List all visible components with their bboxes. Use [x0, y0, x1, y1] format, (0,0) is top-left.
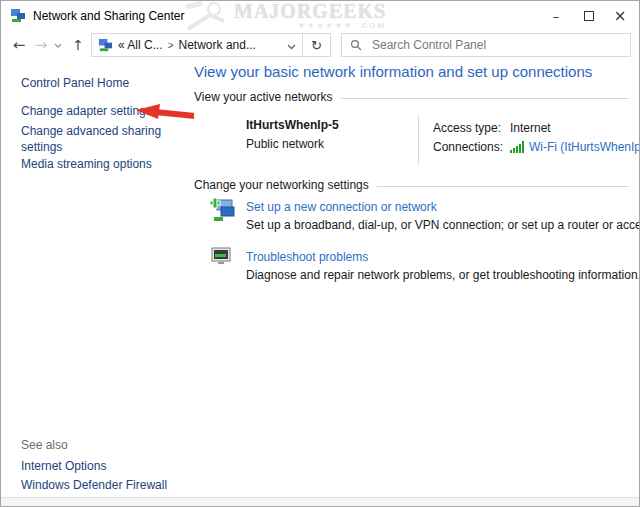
title-bar: Network and Sharing Center – × [1, 1, 639, 31]
search-icon [350, 39, 362, 51]
search-input[interactable] [370, 37, 622, 53]
up-button[interactable]: ↑ [67, 31, 89, 59]
minimize-button[interactable]: – [539, 1, 573, 31]
sidebar-item-media-streaming-options[interactable]: Media streaming options [21, 156, 176, 172]
access-type-value: Internet [510, 121, 551, 135]
back-button[interactable]: ← [7, 31, 31, 59]
setup-new-connection-description: Set up a broadband, dial-up, or VPN conn… [246, 218, 640, 232]
main-content: View your basic network information and … [194, 59, 631, 499]
breadcrumb-current-crumb[interactable]: Network and... [179, 38, 256, 52]
left-task-pane: Control Panel Home Change adapter settin… [1, 59, 193, 499]
page-title: View your basic network information and … [194, 63, 592, 80]
sidebar-item-change-adapter-settings[interactable]: Change adapter settings [21, 103, 176, 119]
connections-label: Connections: [433, 140, 510, 154]
troubleshoot-icon [211, 247, 233, 267]
section-divider [377, 186, 629, 187]
network-type: Public network [246, 137, 324, 151]
connections-row: Connections: Wi-Fi (ItHurtsWhenIp-5) [433, 137, 640, 156]
navigation-bar: ← → ↑ « All C... > Network and... ↻ [1, 31, 639, 59]
address-breadcrumb-bar[interactable]: « All C... > Network and... [91, 33, 303, 57]
troubleshoot-problems-link[interactable]: Troubleshoot problems [246, 250, 368, 264]
sidebar-item-internet-options[interactable]: Internet Options [21, 458, 176, 474]
breadcrumb-separator: > [168, 40, 174, 51]
maximize-icon [584, 11, 594, 21]
recent-locations-chevron-icon[interactable] [51, 31, 65, 59]
column-divider [418, 115, 419, 165]
close-button[interactable]: × [603, 1, 637, 31]
network-sharing-center-window: Network and Sharing Center – × MAJORGEEK… [0, 0, 640, 507]
network-details: Access type: Internet Connections: Wi-Fi… [433, 118, 640, 156]
sidebar-item-change-advanced-sharing-settings[interactable]: Change advanced sharing settings [21, 123, 176, 155]
active-networks-label: View your active networks [194, 90, 333, 104]
troubleshoot-problems-description: Diagnose and repair network problems, or… [246, 268, 640, 282]
active-networks-section-header: View your active networks [194, 90, 629, 104]
maximize-button[interactable] [572, 1, 606, 31]
refresh-button[interactable]: ↻ [303, 33, 331, 57]
access-type-row: Access type: Internet [433, 118, 640, 137]
window-title: Network and Sharing Center [33, 9, 184, 23]
access-type-label: Access type: [433, 121, 510, 135]
breadcrumb-overflow-crumb[interactable]: « All C... [118, 38, 163, 52]
search-box[interactable] [341, 33, 631, 57]
wifi-connection-link[interactable]: Wi-Fi (ItHurtsWhenIp-5) [529, 140, 640, 154]
window-bottom-edge [1, 497, 639, 506]
network-app-icon [10, 8, 26, 24]
networking-settings-label: Change your networking settings [194, 178, 369, 192]
section-divider [341, 98, 629, 99]
forward-button: → [31, 31, 51, 59]
network-name: ItHurtsWhenIp-5 [246, 118, 339, 132]
setup-new-connection-link[interactable]: Set up a new connection or network [246, 200, 437, 214]
address-dropdown-chevron-icon[interactable] [287, 36, 298, 54]
wifi-signal-icon [510, 141, 525, 153]
new-connection-icon [209, 197, 235, 223]
breadcrumb-network-icon [98, 38, 113, 53]
sidebar-item-windows-defender-firewall[interactable]: Windows Defender Firewall [21, 477, 176, 493]
sidebar-item-control-panel-home[interactable]: Control Panel Home [21, 75, 176, 91]
see-also-label: See also [21, 438, 68, 452]
networking-settings-section-header: Change your networking settings [194, 178, 629, 192]
